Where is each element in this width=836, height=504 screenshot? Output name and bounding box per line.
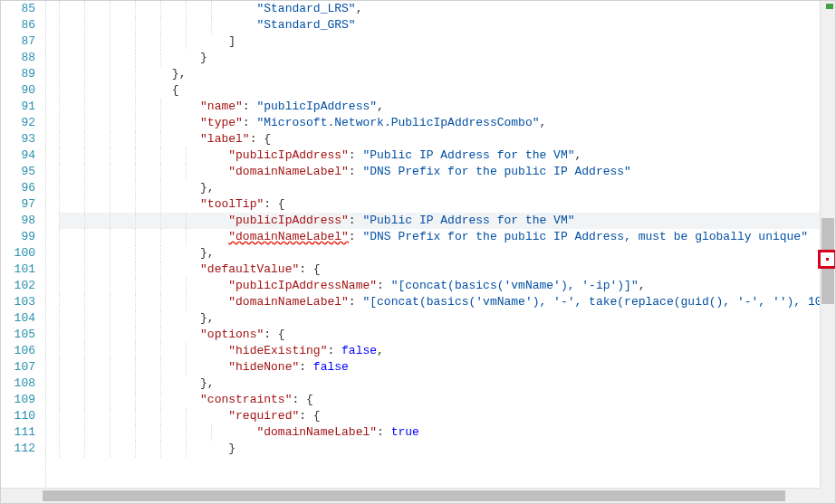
code-line[interactable]: "options": { [59,327,835,343]
token-punct: : [349,214,363,227]
line-number: 99 [1,229,35,245]
line-number: 107 [1,359,35,376]
token-key: "domainNameLabel" [256,425,377,439]
token-punct: : [299,360,313,374]
code-line[interactable]: } [59,50,835,66]
line-number-gutter: 8586878889909192939495969798991001011021… [1,1,43,503]
token-punct: }, [172,67,187,81]
code-line[interactable]: "name": "publicIpAddress", [59,99,835,115]
line-number: 90 [1,82,35,99]
line-number: 111 [1,424,35,441]
code-line[interactable]: }, [59,376,835,392]
token-punct: } [200,51,207,64]
token-str: "publicIpAddress" [256,100,377,113]
syntax-error-token: "domainNameLabel" [228,230,349,243]
token-punct: : [349,295,363,309]
token-key: "constraints" [200,393,292,406]
code-line[interactable]: ] [59,33,835,50]
scrollbar-thumb[interactable] [822,218,834,304]
code-line[interactable]: "required": { [59,408,835,424]
code-line[interactable]: { [59,82,835,99]
line-number: 97 [1,196,35,213]
line-number: 85 [1,1,35,17]
token-punct: { [172,83,179,97]
line-number: 108 [1,376,35,392]
code-line[interactable]: }, [59,245,835,262]
change-marker-icon [826,4,833,9]
code-line[interactable]: "Standard_LRS", [59,1,835,17]
token-key: "hideExisting" [228,344,327,357]
token-punct: , [377,344,384,357]
token-str: "Public IP Address for the VM" [362,148,574,162]
code-line[interactable]: "publicIpAddress": "Public IP Address fo… [59,147,835,164]
token-str: "Standard_LRS" [256,2,355,15]
token-punct: : { [299,262,320,276]
token-str: "[concat(basics('vmName'), '-ip')]" [391,279,639,292]
code-line[interactable]: "publicIpAddressName": "[concat(basics('… [59,278,835,294]
line-number: 102 [1,278,35,294]
code-line[interactable]: }, [59,66,835,82]
token-punct: : [243,116,257,129]
code-line[interactable]: "constraints": { [59,392,835,408]
line-number: 88 [1,50,35,66]
token-const: true [391,425,419,439]
token-punct: , [377,100,384,113]
code-line[interactable]: "domainNameLabel": "DNS Prefix for the p… [59,164,835,180]
line-number: 86 [1,17,35,33]
code-line[interactable]: }, [59,310,835,327]
token-punct: }, [200,181,215,195]
code-line[interactable]: "toolTip": { [59,196,835,213]
fold-region[interactable] [43,1,59,503]
vertical-scrollbar[interactable] [820,1,835,488]
code-line[interactable]: "Standard_GRS" [59,17,835,33]
token-key: "publicIpAddress" [228,214,349,227]
code-line[interactable]: "defaultValue": { [59,262,835,278]
token-str: "[concat(basics('vmName'), '-', take(rep… [362,295,835,309]
line-number: 92 [1,115,35,131]
line-number: 91 [1,99,35,115]
code-line[interactable]: "domainNameLabel": true [59,424,835,441]
token-punct: : [349,165,363,178]
token-key: "options" [200,328,264,341]
code-line[interactable]: "publicIpAddress": "Public IP Address fo… [59,213,835,229]
token-punct: , [356,2,363,15]
horizontal-scrollbar[interactable] [1,488,820,503]
token-punct: : [327,344,341,357]
token-punct: }, [200,376,215,390]
code-line[interactable]: "label": { [59,131,835,147]
token-key: "type" [200,116,243,129]
code-line[interactable]: "type": "Microsoft.Network.PublicIpAddre… [59,115,835,131]
token-punct: : { [264,328,284,341]
token-punct: } [228,442,235,455]
token-str: "DNS Prefix for the public IP Address" [362,165,630,178]
line-number: 96 [1,180,35,196]
token-punct: }, [200,246,215,260]
code-line[interactable]: } [59,441,835,457]
line-number: 106 [1,343,35,359]
token-punct: : [377,425,391,439]
line-number: 94 [1,147,35,164]
token-key: "domainNameLabel" [228,165,349,178]
code-line[interactable]: }, [59,180,835,196]
token-punct: : { [250,132,271,146]
line-number: 89 [1,66,35,82]
token-punct: : { [264,197,284,211]
token-key: "toolTip" [200,197,264,211]
code-area[interactable]: "Standard_LRS", "Standard_GRS" ] } }, { … [59,1,835,503]
token-punct: : [243,100,257,113]
code-line[interactable]: "hideExisting": false, [59,343,835,359]
code-line[interactable]: "domainNameLabel": "DNS Prefix for the p… [59,229,835,245]
token-punct: , [540,116,547,129]
scrollbar-thumb[interactable] [43,490,785,501]
line-number: 95 [1,164,35,180]
code-line[interactable]: "domainNameLabel": "[concat(basics('vmNa… [59,294,835,310]
code-editor: 8586878889909192939495969798991001011021… [0,0,836,504]
code-line[interactable]: "hideNone": false [59,359,835,376]
token-const: false [341,344,377,357]
token-key: "required" [228,409,299,423]
token-str: "Standard_GRS" [256,18,355,32]
token-punct: : { [299,409,320,423]
token-const: false [313,360,349,374]
token-str: "Public IP Address for the VM" [362,214,574,227]
token-key: "hideNone" [228,360,299,374]
